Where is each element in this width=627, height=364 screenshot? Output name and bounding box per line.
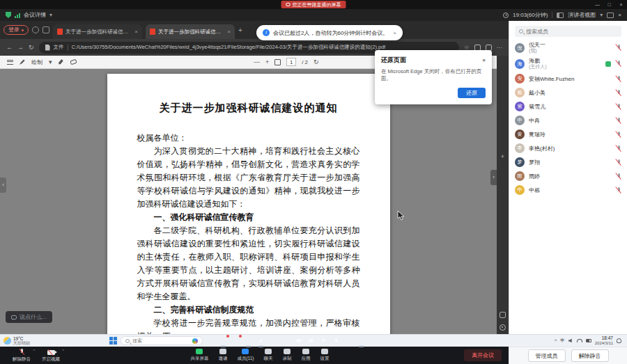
new-tab-button[interactable]: +: [238, 26, 242, 34]
chevron-up-icon[interactable]: ^: [33, 349, 35, 353]
workspaces-icon[interactable]: [42, 26, 49, 33]
draw-button[interactable]: 绘制: [31, 58, 42, 66]
edge-sidebar-icon[interactable]: [500, 127, 506, 134]
edge-sidebar-icon[interactable]: [500, 88, 506, 95]
pdf-viewport[interactable]: ‹ 关于进一步加强科研诚信建设的通知 校属各单位： 为深入贯彻党的二十大精神，培…: [0, 69, 497, 334]
back-icon[interactable]: ←: [6, 44, 13, 51]
meeting-tool[interactable]: 成员(11): [237, 349, 254, 362]
edge-sidebar-icon[interactable]: [500, 114, 506, 121]
muted-mic-icon[interactable]: [615, 187, 621, 194]
participant-row[interactable]: 中 中栋: [509, 183, 627, 197]
tab-close-icon[interactable]: ×: [134, 29, 138, 35]
start-button[interactable]: [109, 337, 117, 345]
browser-tab[interactable]: 关于进一步加强科研诚信建设(的... ×: [53, 24, 142, 39]
draw-pen-icon[interactable]: [20, 59, 25, 65]
toast-close-icon[interactable]: ×: [393, 30, 396, 36]
participant-row[interactable]: 海 海鹏 (主持人): [509, 56, 627, 72]
leave-meeting-button[interactable]: 离开会议: [464, 349, 502, 361]
participant-search-box[interactable]: [515, 26, 621, 37]
browser-login-button[interactable]: 登录: [3, 25, 29, 35]
taskbar-app-icon[interactable]: [344, 336, 353, 345]
restore-button[interactable]: 还原: [458, 88, 486, 98]
muted-mic-icon[interactable]: [615, 117, 621, 125]
sidebar-collapse-icon[interactable]: ‹: [490, 170, 497, 185]
sidebar-customize-icon[interactable]: [500, 312, 506, 318]
muted-mic-icon[interactable]: [615, 145, 621, 152]
taskbar-app-icon[interactable]: e: [256, 336, 265, 345]
page-number-input[interactable]: 1: [286, 58, 296, 66]
maximize-button[interactable]: □: [603, 0, 615, 9]
volume-icon[interactable]: [568, 338, 573, 342]
participant-row[interactable]: 雨 雨婷: [509, 169, 627, 183]
pdf-menu-icon[interactable]: [7, 60, 13, 65]
unmute-all-button[interactable]: 解除静音: [571, 349, 609, 362]
muted-mic-icon[interactable]: [615, 103, 621, 111]
start-video-control[interactable]: 开启视频 ^: [36, 349, 65, 363]
participant-search-input[interactable]: [526, 29, 617, 35]
muted-mic-icon[interactable]: [615, 44, 621, 52]
taskbar-search-box[interactable]: [121, 336, 203, 345]
muted-mic-icon[interactable]: [615, 173, 621, 180]
thumbnail-collapse-icon[interactable]: ‹: [0, 177, 6, 193]
dialog-close-icon[interactable]: ×: [482, 57, 486, 63]
layout-icon[interactable]: [557, 13, 564, 18]
edge-sidebar-icon[interactable]: [500, 74, 506, 81]
meeting-tool[interactable]: 应用: [302, 349, 311, 362]
meeting-detail-button[interactable]: 会议详情: [24, 11, 46, 19]
taskbar-weather-widget[interactable]: 19°C 大部晴朗: [3, 336, 58, 346]
highlighter-icon[interactable]: [59, 59, 64, 65]
taskbar-clock[interactable]: 18:47 2024/3/11: [595, 335, 613, 345]
manage-members-button[interactable]: 管理成员: [528, 349, 566, 362]
taskbar-app-icon[interactable]: [206, 336, 215, 345]
sidebar-add-icon[interactable]: +: [501, 154, 504, 160]
taskbar-app-icon[interactable]: [269, 336, 278, 345]
sidebar-settings-gear-icon[interactable]: [500, 324, 506, 331]
meeting-tool[interactable]: 共享屏幕: [190, 349, 208, 362]
zoom-out-icon[interactable]: —: [254, 58, 260, 65]
participant-row[interactable]: 戴 戴小美: [509, 86, 627, 100]
participant-row[interactable]: 安 安福White.Fuzhen: [509, 72, 627, 86]
network-icon[interactable]: [577, 339, 582, 342]
tab-close-icon[interactable]: ×: [227, 29, 231, 35]
taskbar-app-icon[interactable]: X: [332, 336, 341, 345]
browser-more-icon[interactable]: ···: [497, 44, 503, 51]
participant-row[interactable]: 黄 黄瑞玲: [509, 127, 627, 141]
meeting-tool[interactable]: 录制: [283, 349, 292, 362]
taskbar-app-icon[interactable]: [231, 336, 240, 345]
participant-row[interactable]: 梦 梦翔: [509, 155, 627, 169]
taskbar-app-icon[interactable]: [281, 336, 291, 345]
minimize-button[interactable]: —: [591, 0, 603, 9]
chevron-up-icon[interactable]: ^: [62, 349, 64, 353]
eraser-icon[interactable]: [70, 59, 77, 65]
ime-indicator[interactable]: 中: [560, 338, 565, 344]
taskbar-app-icon[interactable]: W: [307, 336, 316, 345]
toolbar-close-icon[interactable]: ×: [618, 12, 621, 18]
meeting-tool[interactable]: 设置: [320, 349, 330, 362]
notification-center-icon[interactable]: [617, 338, 621, 343]
muted-mic-icon[interactable]: [615, 75, 621, 83]
participant-row[interactable]: 倪 倪天一 (我): [509, 40, 627, 56]
forward-icon[interactable]: →: [17, 44, 24, 51]
fit-to-width-icon[interactable]: [274, 59, 281, 65]
meeting-tool[interactable]: 邀请: [218, 349, 227, 362]
view-mode-button[interactable]: 演讲者视图: [568, 11, 596, 19]
taskbar-app-icon[interactable]: P: [319, 336, 328, 345]
chat-overlay-input[interactable]: 说点什么...: [6, 311, 52, 323]
refresh-icon[interactable]: ↻: [29, 44, 34, 51]
muted-mic-icon[interactable]: [615, 89, 621, 97]
taskbar-app-icon[interactable]: [244, 336, 253, 345]
taskbar-app-icon[interactable]: [219, 336, 228, 345]
profile-icon[interactable]: [32, 26, 39, 33]
edge-sidebar-icon[interactable]: [500, 101, 506, 108]
participant-row[interactable]: 李 李艳(村村): [509, 141, 627, 155]
tray-expand-icon[interactable]: ^: [555, 338, 557, 343]
close-button[interactable]: ×: [615, 0, 627, 9]
participant-row[interactable]: 紫 紫雪儿: [509, 100, 627, 113]
participant-row[interactable]: 中 中冉: [509, 113, 627, 127]
grid-view-icon[interactable]: [607, 13, 614, 18]
taskbar-app-icon[interactable]: W: [294, 336, 303, 345]
edge-sidebar-icon[interactable]: [500, 61, 506, 68]
unmute-control[interactable]: 解除静音 ^: [7, 349, 36, 363]
rotate-icon[interactable]: ↻: [314, 58, 319, 65]
edge-sidebar-icon[interactable]: [500, 141, 506, 148]
